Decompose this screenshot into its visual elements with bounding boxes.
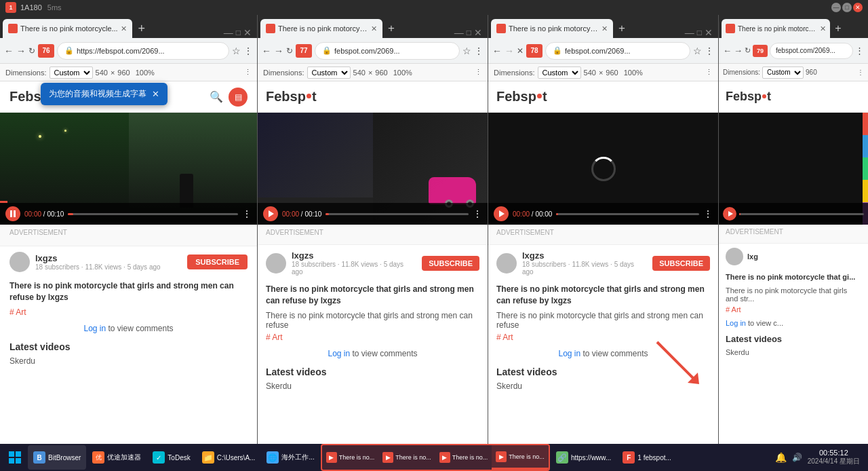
back-btn-4[interactable]: ←: [723, 45, 732, 56]
refresh-btn-1[interactable]: ↻: [28, 46, 35, 56]
maximize-btn[interactable]: □: [842, 3, 852, 12]
bookmark-btn-2[interactable]: ☆: [462, 45, 471, 56]
login-link-4[interactable]: Log in: [726, 319, 746, 327]
tab-number-4[interactable]: 79: [753, 45, 768, 57]
more-btn-2[interactable]: ⋮: [473, 208, 482, 219]
browser-controls-3[interactable]: — □ ✕: [685, 27, 715, 38]
new-tab-btn-1[interactable]: +: [132, 19, 151, 38]
browser-minimize-2[interactable]: —: [454, 27, 464, 38]
video-controls-2[interactable]: 00:00 / 00:10 ⋮: [258, 203, 488, 225]
progress-bar-1[interactable]: [68, 213, 238, 215]
menu-btn-1[interactable]: ⋮: [243, 45, 253, 56]
search-icon-1[interactable]: 🔍: [210, 90, 223, 103]
video-controls-3[interactable]: 00:00 / 00:00 ⋮: [488, 203, 718, 225]
url-box-3[interactable]: 🔒 febspot.com/2069...: [545, 42, 690, 60]
tab-close-2[interactable]: ✕: [371, 24, 377, 33]
browser-close-2[interactable]: ✕: [474, 27, 482, 38]
dim-select-2[interactable]: Custom: [307, 67, 351, 79]
tab-number-1[interactable]: 76: [38, 44, 54, 58]
taskbar-item-bitbrowser[interactable]: B BitBrowser: [28, 445, 86, 470]
browser-minimize-3[interactable]: —: [685, 27, 694, 38]
forward-btn-1[interactable]: →: [16, 45, 26, 56]
url-box-4[interactable]: febspot.com/2069...: [770, 43, 853, 59]
play-btn-3[interactable]: [494, 206, 509, 221]
back-btn-1[interactable]: ←: [4, 45, 14, 56]
dim-more-1[interactable]: ⋮: [244, 68, 252, 77]
url-box-2[interactable]: 🔒 febspot.com/2069...: [315, 42, 460, 60]
active-tab-2[interactable]: There is no pink motorcycle... ✕: [260, 19, 382, 38]
user-icon-1[interactable]: ▤: [229, 88, 248, 107]
menu-btn-4[interactable]: ⋮: [855, 45, 864, 56]
dim-select-1[interactable]: Custom: [50, 67, 93, 79]
minimize-btn[interactable]: —: [831, 3, 841, 12]
browser-close-3[interactable]: ✕: [705, 27, 713, 38]
volume-icon[interactable]: 🔊: [792, 453, 802, 462]
login-link-1[interactable]: Log in: [83, 324, 106, 333]
menu-btn-3[interactable]: ⋮: [705, 45, 714, 56]
back-btn-2[interactable]: ←: [262, 45, 271, 56]
refresh-btn-2[interactable]: ↻: [286, 46, 293, 56]
taskbar-item-vid4[interactable]: ▶ There is no...: [492, 445, 549, 470]
dim-select-3[interactable]: Custom: [538, 67, 581, 79]
login-link-2[interactable]: Log in: [328, 349, 350, 358]
subscribe-btn-3[interactable]: SUBSCRIBE: [652, 256, 710, 271]
tab-number-2[interactable]: 77: [296, 44, 312, 58]
new-tab-btn-2[interactable]: +: [382, 19, 400, 38]
tab-close-4[interactable]: ✕: [820, 24, 826, 33]
dim-select-4[interactable]: Custom: [762, 67, 804, 79]
dim-more-4[interactable]: ⋮: [857, 69, 864, 76]
tab-number-3[interactable]: 78: [526, 44, 542, 58]
dim-more-3[interactable]: ⋮: [705, 68, 713, 77]
browser-controls-2[interactable]: — □ ✕: [454, 27, 485, 38]
refresh-btn-4[interactable]: ↻: [745, 46, 751, 55]
taskbar-item-vid1[interactable]: ▶ There is no...: [322, 445, 379, 470]
taskbar-item-browser-ext[interactable]: 🌐 海外工作...: [261, 445, 319, 470]
browser-controls-1[interactable]: — □ ✕: [224, 27, 254, 38]
active-tab-3[interactable]: There is no pink motorcycle... ✕: [491, 19, 613, 38]
tab-close-3[interactable]: ✕: [601, 24, 608, 33]
progress-bar-4[interactable]: [739, 213, 864, 215]
browser-maximize-1[interactable]: □: [236, 28, 241, 37]
login-link-3[interactable]: Log in: [558, 349, 580, 358]
taskbar-item-accelerator[interactable]: 优 优途加速器: [87, 445, 146, 470]
active-tab-1[interactable]: There is no pink motorcycle... ✕: [3, 19, 132, 38]
notification-icon[interactable]: 🔔: [775, 452, 787, 463]
video-controls-4[interactable]: [719, 203, 868, 225]
browser-maximize-2[interactable]: □: [467, 28, 471, 37]
browser-minimize-1[interactable]: —: [224, 27, 233, 38]
taskbar-item-vid2[interactable]: ▶ There is no...: [378, 445, 435, 470]
taskbar-item-todesk[interactable]: ✓ ToDesk: [147, 445, 195, 470]
tab-close-1[interactable]: ✕: [121, 24, 127, 33]
forward-btn-4[interactable]: →: [734, 45, 743, 56]
subscribe-btn-2[interactable]: SUBSCRIBE: [422, 256, 479, 271]
menu-btn-2[interactable]: ⋮: [474, 45, 484, 56]
tooltip-close-1[interactable]: ✕: [152, 89, 159, 99]
browser-close-1[interactable]: ✕: [243, 27, 252, 38]
video-controls-1[interactable]: 00:00 / 00:10 ⋮: [0, 203, 257, 225]
new-tab-btn-3[interactable]: +: [613, 19, 631, 38]
dim-more-2[interactable]: ⋮: [475, 68, 482, 77]
taskbar-item-https[interactable]: 🔗 https://www...: [551, 445, 616, 470]
taskbar-item-vid3[interactable]: ▶ There is no...: [435, 445, 492, 470]
active-tab-4[interactable]: There is no pink motorcycle... ✕: [722, 19, 830, 38]
browser-maximize-3[interactable]: □: [697, 28, 702, 37]
url-box-1[interactable]: 🔒 https://febspot.com/2069...: [57, 42, 229, 60]
subscribe-btn-1[interactable]: SUBSCRIBE: [187, 255, 248, 269]
taskbar-item-explorer[interactable]: 📁 C:\Users\A...: [197, 445, 261, 470]
play-btn-4[interactable]: [723, 207, 736, 221]
refresh-btn-3[interactable]: ✕: [517, 46, 524, 56]
bookmark-btn-1[interactable]: ☆: [232, 45, 241, 56]
start-button[interactable]: [3, 445, 27, 470]
window-controls[interactable]: — □ ✕: [831, 3, 863, 12]
play-btn-2[interactable]: [263, 206, 278, 221]
new-tab-btn-4[interactable]: +: [830, 19, 846, 38]
forward-btn-2[interactable]: →: [274, 45, 283, 56]
taskbar-item-febspot[interactable]: F 1 febspot...: [617, 445, 676, 470]
more-btn-3[interactable]: ⋮: [703, 208, 713, 219]
pause-btn-1[interactable]: [5, 206, 20, 221]
progress-bar-2[interactable]: [326, 213, 469, 215]
more-btn-1[interactable]: ⋮: [242, 208, 252, 219]
bookmark-btn-3[interactable]: ☆: [693, 45, 702, 56]
progress-bar-3[interactable]: [556, 213, 699, 215]
close-btn[interactable]: ✕: [853, 3, 863, 12]
